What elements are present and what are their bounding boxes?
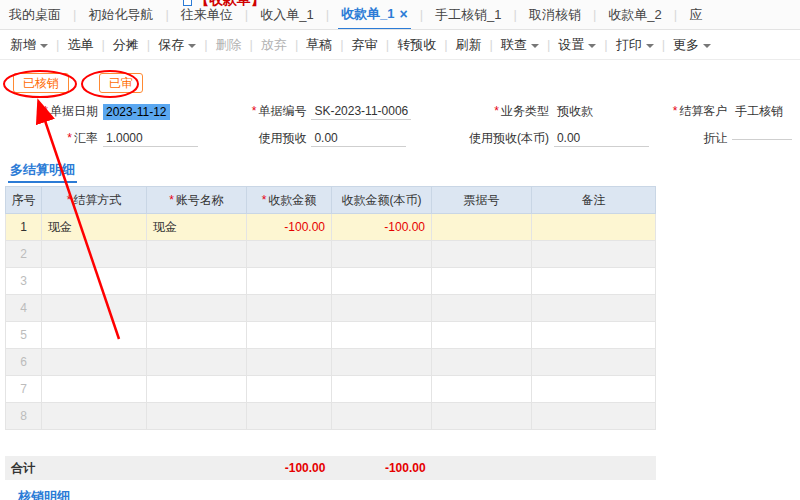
toolbar-button-refresh[interactable]: 刷新 (456, 36, 482, 54)
cell-bill-no[interactable] (432, 349, 532, 376)
cell-settlement-method[interactable]: 现金 (42, 214, 147, 241)
cell-amount-local[interactable] (332, 403, 432, 430)
tab-init-navigation[interactable]: 初始化导航 (85, 1, 156, 29)
cell-amount-local[interactable] (332, 295, 432, 322)
cell-settlement-method[interactable] (42, 268, 147, 295)
cell-remark[interactable] (532, 268, 656, 295)
column-header-label: 收款金额 (268, 193, 316, 207)
cell-remark[interactable] (532, 295, 656, 322)
cell-bill-no[interactable] (432, 241, 532, 268)
tab-separator: | (593, 7, 596, 22)
cell-account-name[interactable] (147, 322, 247, 349)
chevron-down-icon (531, 44, 539, 48)
status-badge-approved: 已审 (99, 73, 143, 93)
tab-truncated-tab[interactable]: 应 (686, 1, 705, 29)
toolbar-button-draft[interactable]: 草稿 (306, 36, 332, 54)
tab-my-desktop[interactable]: 我的桌面 (6, 1, 64, 29)
cell-bill-no[interactable] (432, 376, 532, 403)
toolbar-button-linked-query[interactable]: 联查 (501, 36, 539, 54)
toolbar-button-to-prepayment[interactable]: 转预收 (397, 36, 436, 54)
cell-account-name[interactable] (147, 376, 247, 403)
toolbar-button-allocate[interactable]: 分摊 (113, 36, 139, 54)
cell-settlement-method[interactable] (42, 349, 147, 376)
toolbar-separator: | (101, 37, 104, 52)
tab-cancel-writeoff[interactable]: 取消核销 (526, 1, 584, 29)
document-form: *单据日期 2023-11-12 *单据编号 SK-2023-11-0006 *… (0, 98, 800, 152)
total-amount: -100.00 (246, 456, 331, 480)
cell-bill-no[interactable] (432, 403, 532, 430)
tab-manual-writeoff-1[interactable]: 手工核销_1 (432, 1, 504, 29)
required-asterisk: * (67, 193, 72, 207)
cell-amount[interactable] (247, 241, 332, 268)
use-prepayment-local-input[interactable]: 0.00 (554, 130, 649, 147)
cell-bill-no[interactable] (432, 268, 532, 295)
cell-account-name[interactable] (147, 349, 247, 376)
cell-settlement-method[interactable] (42, 322, 147, 349)
cell-remark[interactable] (532, 349, 656, 376)
toolbar-button-select-order[interactable]: 选单 (67, 36, 93, 54)
cell-amount[interactable]: -100.00 (247, 214, 332, 241)
tab-receipt-form-2[interactable]: 收款单_2 (605, 1, 664, 29)
cell-amount[interactable] (247, 322, 332, 349)
toolbar-button-unapprove[interactable]: 弃审 (352, 36, 378, 54)
toolbar-button-save[interactable]: 保存 (158, 36, 196, 54)
toolbar-button-settings[interactable]: 设置 (558, 36, 596, 54)
settlement-customer-input[interactable]: 手工核销 (732, 102, 786, 121)
field-use-prepayment: 使用预收 0.00 (239, 130, 448, 147)
cell-amount-local[interactable] (332, 268, 432, 295)
tab-income-form-1[interactable]: 收入单_1 (257, 1, 316, 29)
cell-account-name[interactable] (147, 268, 247, 295)
cell-amount[interactable] (247, 349, 332, 376)
tab-receipt-form-1[interactable]: 收款单_1× (338, 0, 411, 30)
cell-remark[interactable] (532, 403, 656, 430)
tab-separator: | (514, 7, 517, 22)
document-no-input[interactable]: SK-2023-11-0006 (311, 103, 411, 120)
cell-amount-local[interactable] (332, 349, 432, 376)
toolbar-button-print[interactable]: 打印 (616, 36, 654, 54)
toolbar-button-delete[interactable]: 删除 (216, 36, 242, 54)
settlement-grid: 序号*结算方式*账号名称*收款金额收款金额(本币)票据号备注 1现金现金-100… (5, 186, 656, 430)
cell-settlement-method[interactable] (42, 295, 147, 322)
toolbar-button-more[interactable]: 更多 (673, 36, 711, 54)
cell-account-name[interactable] (147, 403, 247, 430)
cell-remark[interactable] (532, 241, 656, 268)
business-type-input[interactable]: 预收款 (554, 102, 596, 121)
toolbar-separator: | (295, 37, 298, 52)
cell-amount-local[interactable] (332, 322, 432, 349)
exchange-rate-input[interactable]: 1.0000 (103, 130, 198, 147)
cell-amount-local[interactable]: -100.00 (332, 214, 432, 241)
toolbar-button-label: 更多 (673, 36, 699, 54)
toolbar-button-add[interactable]: 新增 (10, 36, 48, 54)
cell-settlement-method[interactable] (42, 403, 147, 430)
column-header: *收款金额 (247, 187, 332, 214)
writeoff-detail-link[interactable]: 核销明细 (18, 488, 70, 500)
total-amount-local: -100.00 (331, 456, 431, 480)
document-date-input[interactable]: 2023-11-12 (103, 104, 170, 120)
cell-remark[interactable] (532, 376, 656, 403)
required-asterisk: * (494, 104, 499, 118)
cell-amount[interactable] (247, 295, 332, 322)
cell-bill-no[interactable] (432, 214, 532, 241)
tab-label: 收款单_2 (608, 6, 661, 24)
cell-amount[interactable] (247, 403, 332, 430)
cell-settlement-method[interactable] (42, 376, 147, 403)
cell-amount-local[interactable] (332, 376, 432, 403)
cell-account-name[interactable] (147, 241, 247, 268)
partial-top-label: 【收款单】 (195, 0, 265, 7)
cell-account-name[interactable] (147, 295, 247, 322)
cell-amount[interactable] (247, 268, 332, 295)
cell-remark[interactable] (532, 322, 656, 349)
discount-input[interactable] (732, 137, 792, 140)
cell-bill-no[interactable] (432, 295, 532, 322)
use-prepayment-input[interactable]: 0.00 (311, 130, 406, 147)
cell-amount-local[interactable] (332, 241, 432, 268)
toolbar-button-abandon[interactable]: 放弃 (261, 36, 287, 54)
cell-settlement-method[interactable] (42, 241, 147, 268)
tab-close-icon[interactable]: × (400, 7, 408, 21)
tab-multi-settlement-detail[interactable]: 多结算明细 (8, 158, 77, 183)
cell-remark[interactable] (532, 214, 656, 241)
cell-bill-no[interactable] (432, 322, 532, 349)
cell-amount[interactable] (247, 376, 332, 403)
cell-account-name[interactable]: 现金 (147, 214, 247, 241)
toolbar-button-label: 删除 (216, 36, 242, 54)
